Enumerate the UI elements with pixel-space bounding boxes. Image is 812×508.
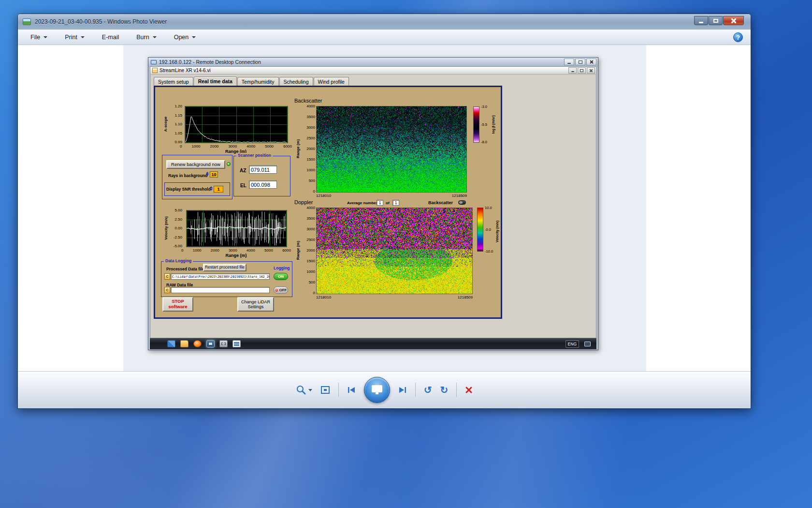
zoom-button[interactable] <box>296 385 312 395</box>
ascope-xticks: 0100020003000400050006000 <box>180 144 292 149</box>
ascope-xtick: 1000 <box>192 144 201 149</box>
stop-software-button[interactable]: STOP software <box>162 297 193 312</box>
streamline-title: StreamLine XR v14-6.vi <box>160 68 211 73</box>
processed-file-label: Processed Data file <box>166 267 204 271</box>
raw-logging-toggle[interactable]: OFF <box>274 286 288 294</box>
menu-print[interactable]: Print <box>65 34 85 41</box>
streamline-window-controls <box>568 67 595 74</box>
change-lidar-settings-button[interactable]: Change LiDAR Settings <box>237 297 274 312</box>
rays-stepper[interactable] <box>205 172 209 176</box>
rdp-titlebar[interactable]: 192.168.0.122 - Remote Desktop Connectio… <box>148 58 598 66</box>
doppler-x-end: 1218509 <box>458 295 473 299</box>
sl-minimize-button[interactable] <box>568 67 577 74</box>
backscatter-ytick: 0 <box>313 189 315 194</box>
az-value[interactable]: 079.011 <box>249 165 277 174</box>
labview-app-icon <box>152 68 158 73</box>
chevron-down-icon <box>81 36 85 38</box>
rdp-title: 192.168.0.122 - Remote Desktop Connectio… <box>159 59 261 65</box>
restart-processed-file-button[interactable]: Restart processed file <box>203 264 246 271</box>
taskbar-start-icon[interactable] <box>167 340 175 347</box>
rotate-counterclockwise-button[interactable]: ↺ <box>424 385 432 395</box>
maximize-button[interactable] <box>709 16 723 25</box>
backscatter-x-end: 1218509 <box>452 194 467 198</box>
sl-restore-button[interactable] <box>578 67 586 74</box>
delete-button[interactable] <box>465 386 473 394</box>
backscatter-ylabel: Range (m) <box>295 106 301 192</box>
streamline-window: StreamLine XR v14-6.vi System setup Real… <box>150 66 596 338</box>
window-controls <box>694 16 744 25</box>
photo-viewer-titlebar[interactable]: 2023-09-21_03-40-00.935 - Windows Photo … <box>18 14 751 30</box>
rdp-close-button[interactable] <box>586 59 596 65</box>
ascope-ytick: 1.15 <box>174 113 182 118</box>
chevron-down-icon <box>44 36 47 38</box>
backscatter-cbtick: -8.0 <box>481 140 487 144</box>
doppler-cbtick: -10.0 <box>485 249 493 254</box>
menu-file[interactable]: File <box>30 34 47 41</box>
search-zoom-icon <box>296 385 306 395</box>
processed-logging-toggle[interactable]: ON <box>274 273 288 280</box>
taskbar-notepad-icon[interactable] <box>232 340 241 347</box>
doppler-ytick: 2000 <box>306 248 315 253</box>
rays-value[interactable]: 10 <box>210 171 218 178</box>
doppler-ytick: 500 <box>309 280 315 284</box>
menu-open[interactable]: Open <box>174 34 196 41</box>
renew-background-button[interactable]: Renew background now <box>166 160 225 169</box>
rotate-clockwise-button[interactable]: ↻ <box>440 385 449 395</box>
taskbar-capture-icon[interactable] <box>219 340 228 347</box>
snr-value[interactable]: 1 <box>214 186 223 193</box>
tab-scheduling[interactable]: Scheduling <box>279 77 313 86</box>
velocity-yticks: 5.002.500.00-2.50-5.00 <box>169 208 182 248</box>
menu-burn[interactable]: Burn <box>136 34 156 41</box>
average-number-label: Average number <box>347 201 377 205</box>
drive-icon[interactable]: C <box>164 273 170 280</box>
ascope-ytick: 1.10 <box>174 122 182 126</box>
drive-icon[interactable]: C <box>164 287 170 293</box>
menu-open-label: Open <box>174 34 189 41</box>
minimize-button[interactable] <box>694 16 708 25</box>
taskbar-firefox-icon[interactable] <box>193 340 202 347</box>
tab-system-setup[interactable]: System setup <box>154 77 193 86</box>
sl-close-button[interactable] <box>587 67 595 74</box>
background-controls-group: Renew background now Rays in background … <box>162 155 232 199</box>
rdp-minimize-button[interactable] <box>564 59 574 65</box>
snr-stepper[interactable] <box>209 186 213 191</box>
backscatter-colorbar-label: log β (m/sr) <box>491 106 496 143</box>
menu-print-label: Print <box>65 34 77 41</box>
velocity-ytick: 5.00 <box>174 208 182 212</box>
language-indicator[interactable]: ENG <box>566 340 579 348</box>
menu-email[interactable]: E-mail <box>102 34 119 41</box>
velocity-ytick: -2.50 <box>174 235 182 239</box>
tab-real-time-data[interactable]: Real time data <box>194 76 237 86</box>
raw-path-input[interactable] <box>171 287 270 293</box>
taskbar-explorer-icon[interactable] <box>180 340 188 347</box>
previous-button[interactable] <box>347 386 356 394</box>
tab-wind-profile[interactable]: Wind profile <box>314 77 349 86</box>
actual-size-button[interactable] <box>320 385 330 395</box>
el-value[interactable]: 000.098 <box>249 180 277 189</box>
help-button[interactable]: ? <box>733 32 743 42</box>
scanner-position-title: Scanner position <box>236 153 273 158</box>
velocity-ylabel: Velocity (m/s) <box>163 210 169 246</box>
tab-temp-humidity[interactable]: Temp/humidity <box>237 77 279 86</box>
data-logging-title: Data Logging <box>164 258 193 263</box>
rdp-window-controls <box>564 59 596 65</box>
taskbar-monitor-icon[interactable] <box>584 342 591 346</box>
streamline-titlebar[interactable]: StreamLine XR v14-6.vi <box>150 67 596 75</box>
chevron-down-icon <box>153 36 157 38</box>
doppler-yticks: 40003500300025002000150010005000 <box>301 206 315 295</box>
rdp-desktop: StreamLine XR v14-6.vi System setup Real… <box>150 66 596 349</box>
play-slideshow-button[interactable] <box>364 377 390 403</box>
velocity-xtick: 5000 <box>264 248 273 253</box>
average-number-value[interactable]: 1 <box>377 200 383 206</box>
photo-viewer-app-icon <box>23 18 31 25</box>
next-button[interactable] <box>398 386 407 394</box>
close-button[interactable] <box>723 16 744 25</box>
backscatter-display-toggle[interactable] <box>458 200 466 205</box>
processed-path-input[interactable]: C:\Lidar\Data\Proc\2023\202309\20230921\… <box>171 273 270 280</box>
rdp-maximize-button[interactable] <box>575 59 585 65</box>
taskbar-active-app-icon[interactable] <box>206 340 215 347</box>
average-total-value[interactable]: 1 <box>392 200 399 206</box>
chevron-down-icon <box>192 36 196 38</box>
ascope-xtick: 0 <box>180 144 182 149</box>
doppler-backscatter-label: Backscatter <box>428 200 453 205</box>
